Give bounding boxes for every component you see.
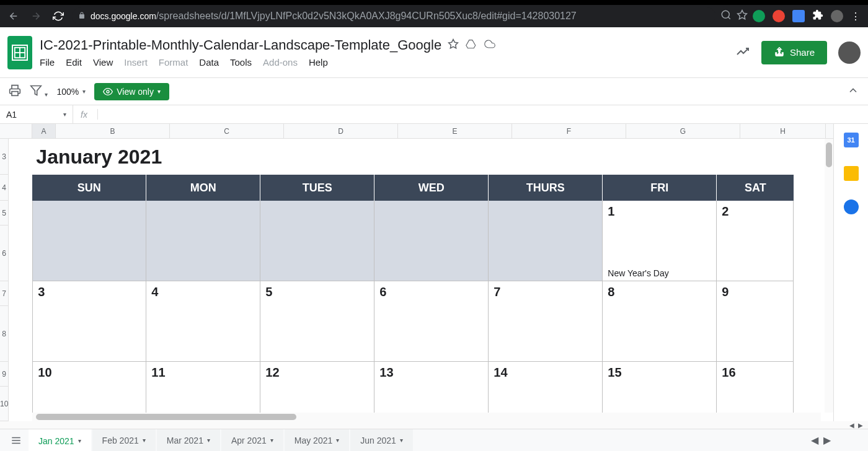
row-header[interactable]: 10: [0, 387, 9, 421]
chrome-menu-icon[interactable]: ⋮: [851, 11, 861, 22]
row-header[interactable]: 7: [0, 281, 9, 306]
column-header[interactable]: B: [56, 124, 170, 138]
menu-help[interactable]: Help: [309, 57, 328, 68]
calendar-cell[interactable]: 3: [32, 281, 146, 362]
reload-button[interactable]: [50, 7, 67, 25]
row-header[interactable]: 6: [0, 226, 9, 281]
chevron-down-icon[interactable]: ▾: [143, 437, 146, 444]
column-header[interactable]: E: [398, 124, 512, 138]
extensions-puzzle-icon[interactable]: [812, 9, 823, 23]
print-icon[interactable]: [9, 84, 21, 99]
column-header[interactable]: D: [284, 124, 398, 138]
calendar-cell[interactable]: [32, 201, 146, 281]
menu-data[interactable]: Data: [199, 57, 219, 68]
menu-file[interactable]: File: [40, 57, 55, 68]
calendar-cell[interactable]: 6: [374, 281, 489, 362]
calendar-cell[interactable]: 4: [146, 281, 260, 362]
back-button[interactable]: [5, 7, 22, 25]
calendar-cell[interactable]: 7: [489, 281, 603, 362]
calendar-cell[interactable]: [146, 201, 260, 281]
sheet-tab[interactable]: Jun 2021▾: [350, 429, 413, 452]
column-header[interactable]: H: [740, 124, 826, 138]
extension-icon[interactable]: [792, 10, 805, 22]
bookmark-star-icon[interactable]: [737, 9, 748, 23]
day-header[interactable]: SAT: [717, 175, 794, 201]
day-header[interactable]: MON: [146, 175, 260, 201]
day-header[interactable]: FRI: [603, 175, 717, 201]
day-header[interactable]: TUES: [260, 175, 374, 201]
spreadsheet-grid[interactable]: A B C D E F G H 3 4 5 6 7 8 9 10: [0, 124, 833, 421]
tasks-sidebar-icon[interactable]: [844, 199, 859, 214]
calendar-cell[interactable]: [260, 201, 374, 281]
row-header[interactable]: 5: [0, 201, 9, 226]
sheet-tab[interactable]: Jan 2021▾: [29, 429, 91, 452]
all-sheets-menu-icon[interactable]: [5, 432, 27, 449]
address-bar[interactable]: docs.google.com /spreadsheets/d/1MfLVjpy…: [72, 7, 715, 25]
activity-icon[interactable]: [735, 44, 750, 61]
row-header[interactable]: 3: [0, 139, 9, 175]
calendar-cell[interactable]: 5: [260, 281, 374, 362]
toolbar: ▾ 100% ▾ View only ▾: [0, 78, 868, 105]
row-header[interactable]: 9: [0, 362, 9, 387]
collapse-toolbar-icon[interactable]: [847, 84, 859, 99]
extension-icon[interactable]: [773, 10, 785, 22]
menu-add-ons[interactable]: Add-ons: [263, 57, 298, 68]
column-header[interactable]: F: [512, 124, 626, 138]
share-button[interactable]: Share: [761, 41, 827, 64]
scroll-right-icon[interactable]: ▶: [858, 422, 863, 429]
view-only-button[interactable]: View only ▾: [94, 83, 169, 100]
calendar-sidebar-icon[interactable]: 31: [844, 133, 859, 147]
menu-tools[interactable]: Tools: [230, 57, 252, 68]
calendar-cell[interactable]: 9: [717, 281, 794, 362]
chevron-down-icon[interactable]: ▾: [78, 437, 81, 444]
keep-sidebar-icon[interactable]: [844, 166, 859, 181]
forward-button[interactable]: [27, 7, 45, 25]
tab-scroll-right-icon[interactable]: ▶: [823, 434, 831, 446]
day-header[interactable]: WED: [374, 175, 489, 201]
extension-icon[interactable]: [753, 10, 765, 22]
vertical-scrollbar[interactable]: [825, 139, 833, 413]
column-header[interactable]: C: [170, 124, 284, 138]
calendar-title[interactable]: January 2021: [32, 139, 833, 175]
filter-icon[interactable]: ▾: [30, 84, 48, 99]
tab-scroll-left-icon[interactable]: ◀: [811, 434, 818, 446]
calendar-cell[interactable]: [374, 201, 489, 281]
menu-view[interactable]: View: [93, 57, 113, 68]
column-header[interactable]: A: [32, 124, 56, 138]
sheet-tab[interactable]: Mar 2021▾: [157, 429, 220, 452]
scroll-left-icon[interactable]: ◀: [849, 422, 854, 429]
zoom-icon[interactable]: [720, 9, 732, 23]
calendar-cell[interactable]: 8: [603, 281, 717, 362]
calendar-cell[interactable]: 2: [717, 201, 794, 281]
chevron-down-icon[interactable]: ▾: [400, 437, 403, 444]
horizontal-scrollbar[interactable]: [32, 413, 821, 421]
column-header[interactable]: G: [626, 124, 740, 138]
sheet-tab[interactable]: May 2021▾: [285, 429, 349, 452]
chevron-down-icon[interactable]: ▾: [207, 437, 210, 444]
user-avatar[interactable]: [838, 42, 861, 64]
drive-icon[interactable]: [465, 38, 477, 53]
star-icon[interactable]: [448, 38, 459, 53]
row-header[interactable]: 8: [0, 306, 9, 362]
day-header[interactable]: THURS: [489, 175, 603, 201]
formula-input[interactable]: [97, 109, 98, 120]
sheet-tab[interactable]: Feb 2021▾: [92, 429, 156, 452]
select-all-corner[interactable]: [0, 124, 32, 138]
menu-edit[interactable]: Edit: [66, 57, 82, 68]
day-header[interactable]: SUN: [32, 175, 146, 201]
chevron-down-icon[interactable]: ▾: [336, 437, 339, 444]
document-title[interactable]: IC-2021-Printable-Monthly-Calendar-Lands…: [40, 37, 441, 53]
sheets-logo-icon[interactable]: [7, 36, 32, 69]
cloud-icon[interactable]: [484, 38, 496, 53]
calendar-cell[interactable]: 1New Year's Day: [603, 201, 717, 281]
zoom-selector[interactable]: 100% ▾: [56, 87, 86, 97]
sheet-tab[interactable]: Apr 2021▾: [221, 429, 283, 452]
row-header[interactable]: 4: [0, 175, 9, 201]
menu-format[interactable]: Format: [159, 57, 188, 68]
menu-insert[interactable]: Insert: [124, 57, 148, 68]
profile-avatar-icon[interactable]: [831, 10, 843, 22]
calendar-cell[interactable]: [489, 201, 603, 281]
chevron-down-icon[interactable]: ▾: [270, 437, 273, 444]
name-box[interactable]: A1 ▾: [0, 105, 73, 123]
calendar-date: 6: [379, 285, 483, 299]
